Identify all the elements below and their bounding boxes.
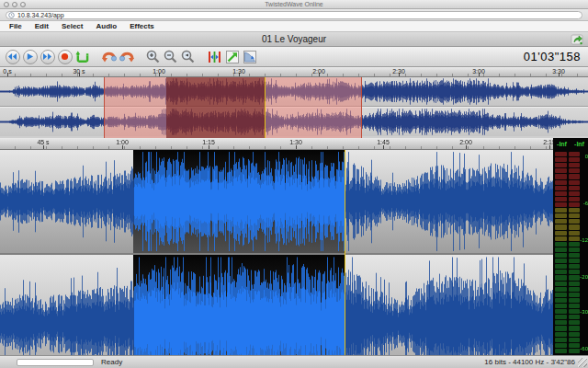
redo-button[interactable]: [118, 49, 135, 65]
toolbar: 01'03"158: [0, 47, 588, 67]
waveform-editor[interactable]: [0, 150, 553, 355]
ruler-tick: 2:30: [392, 68, 405, 75]
meter-scale-label: -6: [583, 201, 588, 206]
menu-item-file[interactable]: File: [9, 22, 22, 30]
browser-titlebar: TwistedWave Online: [0, 0, 588, 9]
fade-icon[interactable]: [241, 49, 258, 65]
overview-playhead: [265, 77, 266, 138]
waveform-channel-right[interactable]: [0, 255, 553, 368]
ruler-tick: 3:00: [472, 68, 485, 75]
status-bar: Ready 16 bits - 44100 Hz - 3'42"86: [0, 355, 588, 368]
export-icon[interactable]: [571, 33, 583, 45]
waveform-channel-left[interactable]: [0, 150, 553, 253]
ruler-tick: 45 s: [37, 139, 49, 145]
meter-scale-label: -20: [580, 274, 588, 280]
menu-item-edit[interactable]: Edit: [35, 22, 49, 30]
loop-button[interactable]: [74, 49, 91, 65]
document-titlebar: 01 Le Voyageur: [0, 32, 588, 47]
overview-pane[interactable]: [0, 77, 588, 138]
meter-column-right: [569, 152, 581, 353]
menu-bar: FileEditSelectAudioEffects: [0, 21, 588, 32]
zoom-fit-icon[interactable]: [179, 49, 197, 65]
window-title: TwistedWave Online: [0, 1, 588, 7]
meter-scale-label: -60: [580, 346, 588, 351]
playhead-cursor[interactable]: [345, 150, 345, 355]
menu-item-effects[interactable]: Effects: [130, 22, 154, 30]
time-display: 01'03"158: [524, 50, 584, 63]
ruler-tick: 1:30: [289, 139, 302, 145]
record-button[interactable]: [56, 49, 74, 65]
ruler-tick: 2:00: [459, 139, 472, 145]
ruler-tick: 1:00: [116, 139, 129, 145]
resize-grip[interactable]: [578, 358, 587, 367]
clock-icon: [8, 12, 15, 18]
meter-right-value: -Inf: [574, 141, 584, 147]
ruler-tick: 1:30: [232, 68, 245, 75]
zoom-out-icon[interactable]: [162, 49, 179, 65]
meter-scale-label: -30: [580, 309, 588, 315]
level-meter: 0-6-12-20-30-60: [553, 150, 588, 355]
meter-scale-label: 0: [585, 154, 588, 159]
ruler-tick: 1:45: [377, 139, 390, 145]
ruler-main[interactable]: 45 s1:001:151:301:452:002:15: [0, 138, 553, 150]
undo-button[interactable]: [100, 49, 118, 65]
app-window: TwistedWave Online 10.8.34.243/app FileE…: [0, 0, 588, 368]
status-message: Ready: [101, 358, 122, 366]
document-title: 01 Le Voyageur: [0, 34, 588, 44]
overview-selection-region[interactable]: [166, 77, 265, 138]
zoom-in-icon[interactable]: [144, 49, 162, 65]
ruler-tick: 3:30: [552, 68, 565, 75]
url-bar: 10.8.34.243/app: [0, 9, 588, 21]
meter-left-value: -Inf: [557, 141, 567, 147]
audio-format-info: 16 bits - 44100 Hz - 3'42"86: [484, 358, 575, 366]
meter-column-left: [555, 152, 567, 353]
ruler-tick: 1:00: [153, 68, 165, 75]
progress-bar: [17, 359, 94, 366]
rewind-button[interactable]: [4, 49, 21, 65]
ruler-tick: 0 s: [3, 68, 11, 75]
menu-item-select[interactable]: Select: [62, 22, 84, 30]
ruler-tick: 2:15: [543, 139, 553, 145]
ruler-tick: 2:00: [312, 68, 325, 75]
meter-scale-label: -12: [580, 237, 588, 243]
ruler-tick: 30 s: [73, 68, 85, 75]
menu-item-audio[interactable]: Audio: [96, 22, 117, 30]
normalize-icon[interactable]: [223, 49, 241, 65]
zoom-selection-icon[interactable]: [206, 49, 223, 65]
meter-readout: -Inf -Inf: [553, 138, 588, 150]
url-input[interactable]: 10.8.34.243/app: [6, 11, 582, 19]
ruler-tick: 1:15: [202, 139, 215, 145]
play-button[interactable]: [21, 49, 39, 65]
ruler-overview[interactable]: 0 s30 s1:001:302:002:303:003:30: [0, 67, 588, 77]
fast-forward-button[interactable]: [39, 49, 56, 65]
